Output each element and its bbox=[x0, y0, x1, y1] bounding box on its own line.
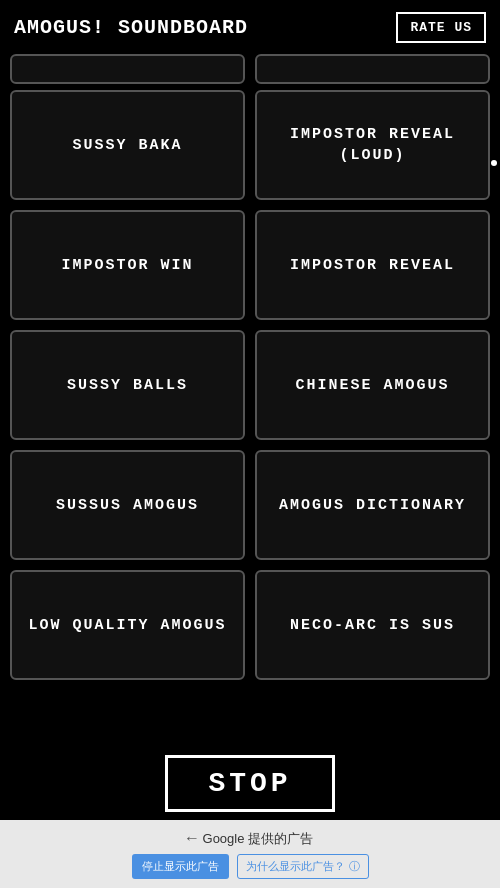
sound-label-chinese-amogus: CHINESE AMOGUS bbox=[295, 375, 449, 396]
sound-label-sussy-balls: SUSSY BALLS bbox=[67, 375, 188, 396]
partial-card-right[interactable] bbox=[255, 54, 490, 84]
sound-label-impostor-reveal: IMPOSTOR REVEAL bbox=[290, 255, 455, 276]
sound-card-impostor-win[interactable]: IMPOSTOR WIN bbox=[10, 210, 245, 320]
sound-label-impostor-win: IMPOSTOR WIN bbox=[61, 255, 193, 276]
sound-card-impostor-reveal[interactable]: IMPOSTOR REVEAL bbox=[255, 210, 490, 320]
ad-google-label: Google 提供的广告 bbox=[203, 830, 314, 848]
sound-card-sussus-amogus[interactable]: SUSSUS AMOGUS bbox=[10, 450, 245, 560]
ad-top-row: ← Google 提供的广告 bbox=[187, 830, 313, 848]
sound-label-neco-arc-is-sus: NECO-ARC IS SUS bbox=[290, 615, 455, 636]
stop-container: STOP bbox=[0, 745, 500, 820]
ad-back-icon[interactable]: ← bbox=[187, 830, 197, 848]
ad-banner: ← Google 提供的广告 停止显示此广告 为什么显示此广告？ ⓘ bbox=[0, 820, 500, 888]
scroll-indicator bbox=[491, 160, 497, 166]
app-title: AMOGUS! Soundboard bbox=[14, 16, 248, 39]
sound-grid: SUSSY BAKAIMPOSTOR REVEAL (LOUD)IMPOSTOR… bbox=[0, 84, 500, 745]
app-header: AMOGUS! Soundboard RATE US bbox=[0, 0, 500, 54]
ad-bottom-row: 停止显示此广告 为什么显示此广告？ ⓘ bbox=[132, 854, 369, 879]
sound-card-neco-arc-is-sus[interactable]: NECO-ARC IS SUS bbox=[255, 570, 490, 680]
partial-top-row bbox=[0, 54, 500, 84]
sound-card-low-quality-amogus[interactable]: LOW QUALITY AMOGUS bbox=[10, 570, 245, 680]
sound-label-low-quality-amogus: LOW QUALITY AMOGUS bbox=[28, 615, 226, 636]
sound-card-impostor-reveal-loud[interactable]: IMPOSTOR REVEAL (LOUD) bbox=[255, 90, 490, 200]
info-icon: ⓘ bbox=[349, 859, 360, 874]
sound-card-sussy-balls[interactable]: SUSSY BALLS bbox=[10, 330, 245, 440]
sound-label-impostor-reveal-loud: IMPOSTOR REVEAL (LOUD) bbox=[267, 124, 478, 166]
rate-us-button[interactable]: RATE US bbox=[396, 12, 486, 43]
sound-card-sussy-baka[interactable]: SUSSY BAKA bbox=[10, 90, 245, 200]
sound-card-chinese-amogus[interactable]: CHINESE AMOGUS bbox=[255, 330, 490, 440]
sound-label-amogus-dictionary: AMOGUS DICTIONARY bbox=[279, 495, 466, 516]
why-ad-label: 为什么显示此广告？ bbox=[246, 859, 345, 874]
sound-label-sussus-amogus: SUSSUS AMOGUS bbox=[56, 495, 199, 516]
partial-card-left[interactable] bbox=[10, 54, 245, 84]
sound-card-amogus-dictionary[interactable]: AMOGUS DICTIONARY bbox=[255, 450, 490, 560]
sound-label-sussy-baka: SUSSY BAKA bbox=[72, 135, 182, 156]
stop-ad-button[interactable]: 停止显示此广告 bbox=[132, 854, 229, 879]
stop-button[interactable]: STOP bbox=[165, 755, 334, 812]
why-ad-button[interactable]: 为什么显示此广告？ ⓘ bbox=[237, 854, 369, 879]
